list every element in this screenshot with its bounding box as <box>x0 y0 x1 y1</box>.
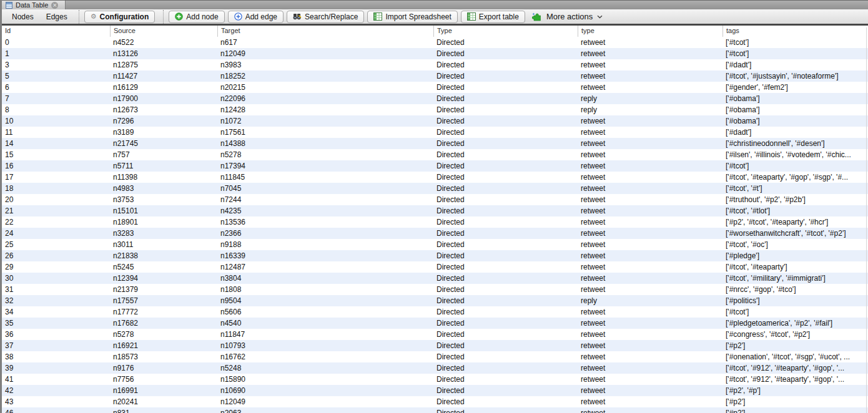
cell-type[interactable]: retweet <box>578 239 723 250</box>
cell-target[interactable]: n17394 <box>217 160 433 172</box>
table-row[interactable]: 21n15101n4235Directedretweet['#tcot', '#… <box>2 205 868 216</box>
cell-target[interactable]: n7045 <box>217 183 433 194</box>
cell-id[interactable]: 22 <box>2 216 110 228</box>
search-replace-button[interactable]: Search/Replace <box>287 11 364 23</box>
cell-tags[interactable]: ['#p2'] <box>723 340 868 351</box>
cell-tags[interactable]: ['#obama'] <box>723 115 868 127</box>
nodes-button[interactable]: Nodes <box>6 10 40 24</box>
cell-target[interactable]: n12487 <box>217 261 433 273</box>
cell-id[interactable]: 35 <box>2 318 110 329</box>
cell-source[interactable]: n3283 <box>110 228 217 239</box>
table-row[interactable]: 14n21745n14388Directedretweet['#christin… <box>2 138 868 149</box>
cell-target[interactable]: n1072 <box>217 115 433 127</box>
cell-tags[interactable]: ['#worsethanwitchcraft', '#tcot', '#p2'] <box>723 228 868 239</box>
cell-type[interactable]: retweet <box>578 407 723 413</box>
cell-type[interactable]: retweet <box>578 205 723 216</box>
tab-data-table[interactable]: Data Table × <box>2 1 66 9</box>
cell-type[interactable]: retweet <box>578 127 723 138</box>
edges-button[interactable]: Edges <box>40 10 74 24</box>
table-row[interactable]: 32n17557n9504Directedreply['#politics'] <box>2 295 868 306</box>
cell-id[interactable]: 0 <box>2 37 110 48</box>
column-header-target[interactable]: Target <box>217 26 433 37</box>
cell-source[interactable]: n7756 <box>110 374 217 385</box>
cell-source[interactable]: n3753 <box>110 194 217 205</box>
table-row[interactable]: 17n11398n11845Directedretweet['#tcot', '… <box>2 172 868 183</box>
cell-edge-type[interactable]: Directed <box>433 149 578 160</box>
cell-id[interactable]: 26 <box>2 250 110 261</box>
cell-type[interactable]: retweet <box>578 351 723 362</box>
cell-tags[interactable]: ['#ilsen', '#illinois', '#votedem', '#ch… <box>723 149 868 160</box>
table-row[interactable]: 36n5278n11847Directedretweet['#congress'… <box>2 329 868 340</box>
cell-target[interactable]: n5606 <box>217 306 433 318</box>
cell-edge-type[interactable]: Directed <box>433 194 578 205</box>
cell-edge-type[interactable]: Directed <box>433 93 578 104</box>
cell-type[interactable]: retweet <box>578 306 723 318</box>
cell-id[interactable]: 46 <box>2 407 110 413</box>
cell-source[interactable]: n757 <box>110 149 217 160</box>
cell-target[interactable]: n4540 <box>217 318 433 329</box>
cell-id[interactable]: 24 <box>2 228 110 239</box>
close-icon[interactable]: × <box>51 2 58 9</box>
cell-id[interactable]: 36 <box>2 329 110 340</box>
cell-edge-type[interactable]: Directed <box>433 318 578 329</box>
cell-type[interactable]: retweet <box>578 48 723 59</box>
cell-type[interactable]: retweet <box>578 362 723 374</box>
table-row[interactable]: 22n18901n13536Directedretweet['#p2', '#t… <box>2 216 868 228</box>
cell-edge-type[interactable]: Directed <box>433 205 578 216</box>
cell-type[interactable]: retweet <box>578 329 723 340</box>
cell-type[interactable]: reply <box>578 104 723 115</box>
cell-target[interactable]: n11845 <box>217 172 433 183</box>
cell-id[interactable]: 29 <box>2 261 110 273</box>
cell-edge-type[interactable]: Directed <box>433 407 578 413</box>
cell-source[interactable]: n5278 <box>110 329 217 340</box>
cell-id[interactable]: 34 <box>2 306 110 318</box>
cell-edge-type[interactable]: Directed <box>433 59 578 70</box>
table-row[interactable]: 0n4522n617Directedretweet['#tcot'] <box>2 37 868 48</box>
cell-tags[interactable]: ['#truthout', '#p2', '#p2b'] <box>723 194 868 205</box>
table-row[interactable]: 1n13126n12049Directedretweet['#tcot'] <box>2 48 868 59</box>
cell-tags[interactable]: ['#p2', '#p'] <box>723 385 868 396</box>
cell-type[interactable]: retweet <box>578 216 723 228</box>
cell-tags[interactable]: ['#p2', '#tcot', '#teaparty', '#hcr'] <box>723 216 868 228</box>
cell-tags[interactable]: ['#politics'] <box>723 295 868 306</box>
cell-source[interactable]: n12673 <box>110 104 217 115</box>
cell-target[interactable]: n16339 <box>217 250 433 261</box>
cell-type[interactable]: retweet <box>578 172 723 183</box>
cell-tags[interactable]: ['#pledge'] <box>723 250 868 261</box>
cell-id[interactable]: 3 <box>2 59 110 70</box>
table-row[interactable]: 11n3189n17561Directedretweet['#dadt'] <box>2 127 868 138</box>
cell-tags[interactable]: ['#pledgetoamerica', '#p2', '#fail'] <box>723 318 868 329</box>
cell-target[interactable]: n11847 <box>217 329 433 340</box>
table-row[interactable]: 18n4983n7045Directedretweet['#tcot', '#t… <box>2 183 868 194</box>
cell-edge-type[interactable]: Directed <box>433 306 578 318</box>
cell-type[interactable]: retweet <box>578 160 723 172</box>
cell-tags[interactable]: ['#tcot', '#teaparty', '#gop', '#sgp', '… <box>723 172 868 183</box>
cell-type[interactable]: retweet <box>578 273 723 284</box>
add-edge-button[interactable]: Add edge <box>228 11 284 23</box>
cell-edge-type[interactable]: Directed <box>433 70 578 82</box>
add-node-button[interactable]: Add node <box>169 11 224 23</box>
table-row[interactable]: 10n7296n1072Directedretweet['#obama'] <box>2 115 868 127</box>
cell-id[interactable]: 1 <box>2 48 110 59</box>
cell-source[interactable]: n7296 <box>110 115 217 127</box>
cell-tags[interactable]: ['#dadt'] <box>723 127 868 138</box>
table-row[interactable]: 30n12394n3804Directedretweet['#tcot', '#… <box>2 273 868 284</box>
cell-type[interactable]: retweet <box>578 385 723 396</box>
table-row[interactable]: 15n757n5278Directedretweet['#ilsen', '#i… <box>2 149 868 160</box>
cell-type[interactable]: retweet <box>578 115 723 127</box>
cell-target[interactable]: n20215 <box>217 82 433 93</box>
cell-target[interactable]: n17561 <box>217 127 433 138</box>
table-row[interactable]: 8n12673n12428Directedreply['#obama'] <box>2 104 868 115</box>
cell-id[interactable]: 21 <box>2 205 110 216</box>
cell-edge-type[interactable]: Directed <box>433 374 578 385</box>
cell-target[interactable]: n18252 <box>217 70 433 82</box>
cell-target[interactable]: n3804 <box>217 273 433 284</box>
cell-source[interactable]: n5711 <box>110 160 217 172</box>
table-row[interactable]: 6n16129n20215Directedretweet['#gender', … <box>2 82 868 93</box>
cell-edge-type[interactable]: Directed <box>433 340 578 351</box>
cell-tags[interactable]: ['#tcot', '#justsayin', '#noteaforme'] <box>723 70 868 82</box>
cell-edge-type[interactable]: Directed <box>433 104 578 115</box>
cell-id[interactable]: 41 <box>2 374 110 385</box>
cell-id[interactable]: 37 <box>2 340 110 351</box>
cell-id[interactable]: 14 <box>2 138 110 149</box>
